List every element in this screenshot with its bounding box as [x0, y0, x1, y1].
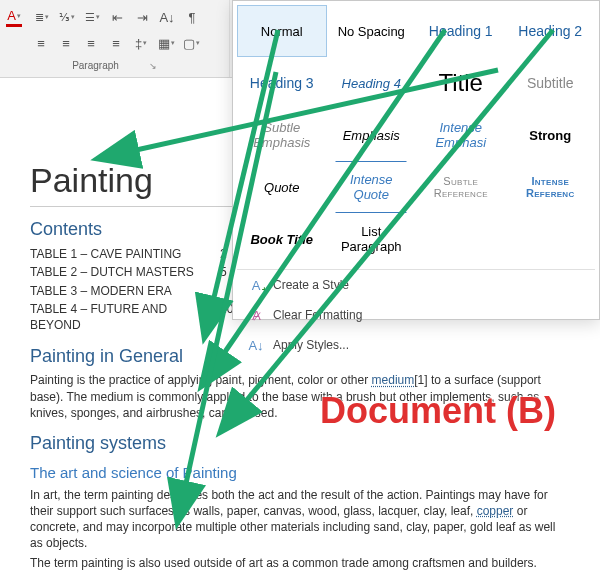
paragraph-3[interactable]: The term painting is also used outside o… [30, 555, 570, 570]
numbering-button[interactable]: ⅓▾ [55, 5, 79, 29]
font-color-button[interactable]: A▾ [6, 7, 22, 27]
decrease-indent-button[interactable]: ⇤ [105, 5, 129, 29]
increase-indent-button[interactable]: ⇥ [130, 5, 154, 29]
style-cell-subtle-emphasis[interactable]: Subtle Emphasis [237, 109, 327, 161]
style-cell-empty [506, 213, 596, 265]
heading-painting-systems[interactable]: Painting systems [30, 431, 570, 455]
bullets-button[interactable]: ≣▾ [30, 5, 54, 29]
toc-label: Table 1 – Cave Painting [30, 246, 220, 262]
style-cell-title[interactable]: Title [416, 57, 506, 109]
align-center-button[interactable]: ≡ [54, 31, 78, 55]
style-cell-normal[interactable]: Normal [237, 5, 327, 57]
toc-label: Table 2 – Dutch Masters [30, 264, 220, 280]
link-copper[interactable]: copper [477, 504, 514, 518]
style-cell-list-para[interactable]: List Paragraph [327, 213, 417, 265]
style-cell-book-title[interactable]: Book Title [237, 213, 327, 265]
clear-formatting-icon: A̷ [247, 306, 265, 324]
justify-button[interactable]: ≡ [104, 31, 128, 55]
paragraph-group: A▾ ≣▾ ⅓▾ ☰▾ ⇤ ⇥ A↓ ¶ ≡ ≡ ≡ ≡ ‡▾ ▦▾ ▢▾ Pa… [0, 0, 230, 77]
style-cell-heading3[interactable]: Heading 3 [237, 57, 327, 109]
toc-label: Table 3 – Modern Era [30, 283, 220, 299]
style-cell-strong[interactable]: Strong [506, 109, 596, 161]
clear-formatting-label: Clear Formatting [273, 308, 362, 322]
style-cell-heading2[interactable]: Heading 2 [506, 5, 596, 57]
style-cell-subtitle[interactable]: Subtitle [506, 57, 596, 109]
align-right-button[interactable]: ≡ [79, 31, 103, 55]
link-medium[interactable]: medium [372, 373, 415, 387]
paragraph-dialog-launcher-icon[interactable]: ↘ [149, 61, 157, 71]
clear-formatting-menu-item[interactable]: A̷ Clear Formatting [237, 300, 595, 330]
toc-label: Table 4 – Future and Beyond [30, 301, 220, 333]
multilevel-list-button[interactable]: ☰▾ [80, 5, 104, 29]
style-cell-intense-quote[interactable]: Intense Quote [335, 161, 407, 213]
paragraph-1[interactable]: Painting is the practice of applying pai… [30, 372, 570, 421]
styles-gallery-panel: NormalNo SpacingHeading 1Heading 2Headin… [232, 0, 600, 320]
paragraph-group-label: Paragraph [72, 60, 119, 71]
style-cell-heading1[interactable]: Heading 1 [416, 5, 506, 57]
create-style-menu-item[interactable]: A+ Create a Style [237, 270, 595, 300]
sort-button[interactable]: A↓ [155, 5, 179, 29]
style-cell-intense-emphasis[interactable]: Intense Emphasi [416, 109, 506, 161]
paragraph-2[interactable]: In art, the term painting describes both… [30, 487, 570, 552]
line-spacing-button[interactable]: ‡▾ [129, 31, 153, 55]
style-cell-heading4[interactable]: Heading 4 [327, 57, 417, 109]
apply-styles-label: Apply Styles... [273, 338, 349, 352]
align-left-button[interactable]: ≡ [29, 31, 53, 55]
create-style-label: Create a Style [273, 278, 349, 292]
apply-styles-menu-item[interactable]: A↓ Apply Styles... [237, 330, 595, 360]
style-cell-empty [416, 213, 506, 265]
style-cell-emphasis[interactable]: Emphasis [327, 109, 417, 161]
heading-art-science[interactable]: The art and science of Painting [30, 463, 570, 483]
style-cell-nospacing[interactable]: No Spacing [327, 5, 417, 57]
style-cell-intense-ref[interactable]: Intense Referenc [506, 161, 596, 213]
style-cell-subtle-ref[interactable]: Subtle Reference [416, 161, 506, 213]
borders-button[interactable]: ▢▾ [179, 31, 203, 55]
create-style-icon: A+ [247, 276, 265, 294]
style-cell-quote[interactable]: Quote [237, 161, 327, 213]
shading-button[interactable]: ▦▾ [154, 31, 178, 55]
apply-styles-icon: A↓ [247, 336, 265, 354]
show-paragraph-marks-button[interactable]: ¶ [180, 5, 204, 29]
